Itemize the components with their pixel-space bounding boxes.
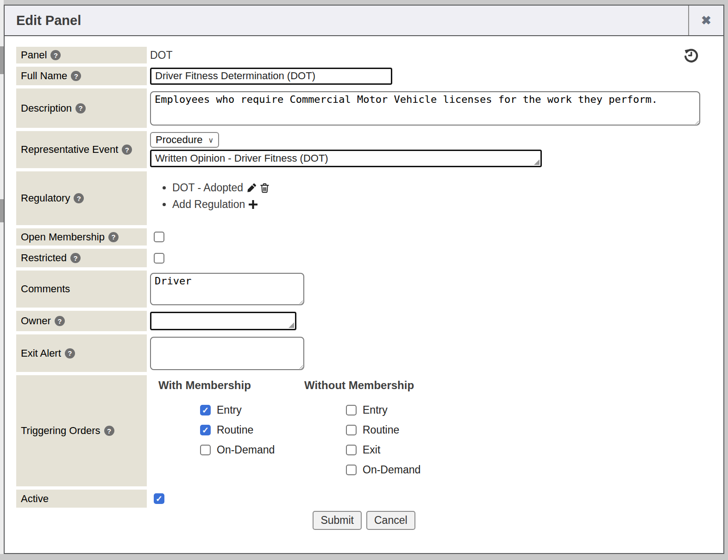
regulatory-label-cell: Regulatory ?	[16, 171, 147, 225]
representative-event-label-cell: Representative Event ?	[16, 131, 147, 168]
close-icon: ✖	[701, 14, 711, 26]
checkbox-option: On-Demand	[346, 464, 420, 476]
open-membership-checkbox[interactable]	[154, 232, 164, 242]
panel-label-cell: Panel ?	[16, 47, 147, 63]
dialog-header: Edit Panel ✖	[5, 6, 723, 36]
checkbox-label: Entry	[217, 404, 242, 416]
regulation-list-item: DOT - Adopted	[172, 182, 269, 194]
edit-regulation-pencil-icon[interactable]	[247, 183, 257, 193]
cancel-button[interactable]: Cancel	[366, 511, 415, 530]
exit-alert-label: Exit Alert	[21, 347, 61, 359]
button-row: Submit Cancel	[16, 511, 712, 530]
owner-label: Owner	[21, 315, 51, 327]
checkbox-label: Routine	[363, 424, 399, 436]
full-name-label-cell: Full Name ?	[16, 67, 147, 85]
representative-event-label: Representative Event	[21, 144, 118, 156]
submit-button[interactable]: Submit	[313, 511, 362, 530]
checkbox-option: Entry	[200, 404, 275, 416]
edit-panel-dialog: Edit Panel ✖ Panel ? DOT	[4, 5, 724, 554]
checkbox-label: Entry	[363, 404, 388, 416]
help-icon[interactable]: ?	[55, 316, 65, 326]
comments-label-cell: Comments	[16, 271, 147, 308]
representative-event-type-select[interactable]: Procedure ∨	[150, 132, 219, 148]
restricted-checkbox[interactable]	[154, 253, 164, 264]
with-membership-heading: With Membership	[158, 379, 251, 392]
open-membership-label-cell: Open Membership ?	[16, 228, 147, 245]
restricted-label: Restricted	[21, 252, 67, 264]
comments-label: Comments	[21, 283, 70, 295]
full-name-label: Full Name	[21, 70, 67, 82]
checkbox[interactable]	[200, 445, 211, 455]
dialog-body: Panel ? DOT	[5, 36, 723, 553]
add-regulation-list-item: Add Regulation	[172, 198, 269, 211]
description-label-cell: Description ?	[16, 88, 147, 128]
without-membership-options: EntryRoutineExitOn-Demand	[346, 404, 420, 484]
background-line	[0, 199, 4, 222]
checkbox-label: Exit	[363, 444, 380, 456]
help-icon[interactable]: ?	[74, 193, 84, 203]
checkbox[interactable]	[346, 405, 357, 415]
checkbox[interactable]	[346, 425, 357, 435]
exit-alert-label-cell: Exit Alert ?	[16, 334, 147, 372]
help-icon[interactable]: ?	[104, 426, 114, 436]
history-icon[interactable]	[683, 47, 699, 63]
checkbox[interactable]	[346, 465, 357, 475]
active-checkbox[interactable]	[154, 493, 164, 504]
panel-label: Panel	[21, 49, 47, 61]
owner-input[interactable]	[150, 312, 296, 330]
representative-event-input[interactable]	[150, 150, 542, 167]
checkbox-label: On-Demand	[217, 444, 275, 456]
regulatory-label: Regulatory	[21, 192, 70, 204]
background-page-edge	[0, 0, 4, 554]
checkbox-option: Exit	[346, 444, 420, 456]
chevron-down-icon: ∨	[208, 136, 214, 145]
active-label-cell: Active	[16, 490, 147, 508]
triggering-orders-label-cell: Triggering Orders ?	[16, 375, 147, 486]
exit-alert-textarea[interactable]	[150, 337, 304, 370]
close-button[interactable]: ✖	[688, 6, 723, 35]
without-membership-heading: Without Membership	[304, 379, 414, 392]
restricted-label-cell: Restricted ?	[16, 249, 147, 267]
add-regulation-link[interactable]: Add Regulation	[172, 198, 245, 211]
help-icon[interactable]: ?	[75, 103, 86, 113]
regulatory-list: DOT - Adopted	[172, 182, 269, 215]
checkbox-option: Routine	[200, 424, 275, 436]
help-icon[interactable]: ?	[70, 253, 81, 263]
comments-textarea[interactable]	[150, 273, 304, 305]
checkbox-option: Routine	[346, 424, 420, 436]
dialog-title: Edit Panel	[5, 6, 688, 35]
checkbox[interactable]	[346, 445, 357, 455]
representative-event-type-value: Procedure	[156, 134, 203, 146]
checkbox-label: On-Demand	[363, 464, 420, 476]
with-membership-options: EntryRoutineOn-Demand	[200, 404, 275, 464]
help-icon[interactable]: ?	[122, 145, 132, 155]
help-icon[interactable]: ?	[50, 50, 61, 60]
full-name-input[interactable]	[150, 68, 392, 85]
help-icon[interactable]: ?	[108, 232, 119, 242]
checkbox[interactable]	[200, 425, 211, 435]
triggering-orders-label: Triggering Orders	[21, 425, 100, 437]
panel-value: DOT	[150, 49, 173, 62]
description-label: Description	[21, 102, 72, 114]
delete-regulation-trash-icon[interactable]	[260, 183, 269, 193]
checkbox-label: Routine	[217, 424, 253, 436]
add-regulation-plus-icon[interactable]	[249, 200, 257, 209]
checkbox-option: On-Demand	[200, 444, 275, 456]
open-membership-label: Open Membership	[21, 231, 105, 243]
background-line	[0, 46, 4, 74]
checkbox-option: Entry	[346, 404, 420, 416]
description-textarea[interactable]	[150, 91, 700, 126]
active-label: Active	[21, 493, 49, 505]
regulation-name: DOT - Adopted	[172, 182, 243, 194]
checkbox[interactable]	[200, 405, 211, 415]
help-icon[interactable]: ?	[71, 71, 81, 81]
owner-label-cell: Owner ?	[16, 311, 147, 331]
help-icon[interactable]: ?	[65, 348, 75, 359]
